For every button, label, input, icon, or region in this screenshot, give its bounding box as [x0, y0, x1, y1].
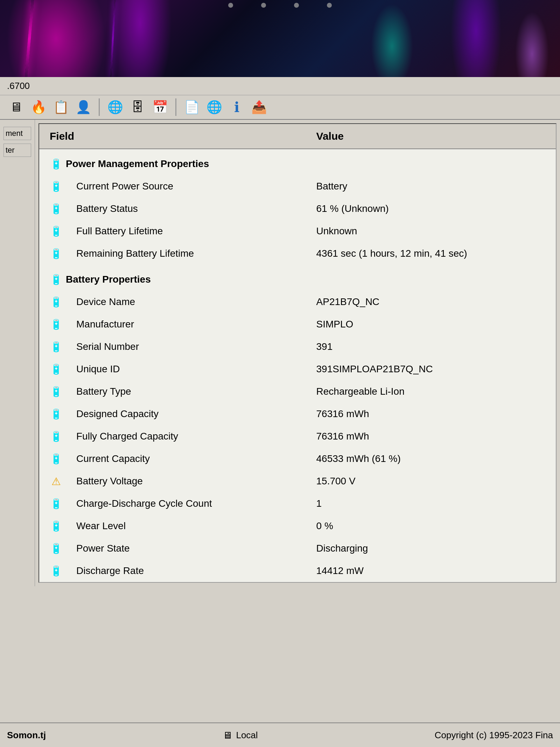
table-row: 🔋Unique ID391SIMPLOAP21B7Q_NC [39, 358, 556, 380]
table-row: 🔋Power StateDischarging [39, 537, 556, 560]
table-row: 🔋ManufacturerSIMPLO [39, 313, 556, 336]
battery-icon: 🔋 [50, 247, 62, 260]
sidebar-item-ter: ter [4, 144, 31, 157]
field-label: Battery Status [66, 203, 138, 214]
table-row: 🔋Remaining Battery Lifetime4361 sec (1 h… [39, 242, 556, 265]
statusbar: Somon.tj 🖥 Local Copyright (c) 1995-2023… [0, 722, 560, 747]
value-cell: 1 [306, 492, 556, 515]
field-label: Full Battery Lifetime [66, 226, 163, 237]
battery-icon: 🔋 [50, 296, 62, 308]
statusbar-copyright: Copyright (c) 1995-2023 Fina [435, 730, 553, 741]
battery-icon: 🔋 [50, 363, 62, 375]
battery-icon: 🔋 [50, 180, 62, 193]
field-label: Wear Level [66, 520, 126, 532]
field-label: Discharge Rate [66, 565, 144, 576]
battery-icon: 🔋 [50, 430, 62, 443]
statusbar-brand: Somon.tj [7, 730, 46, 741]
separator-1 [99, 98, 100, 116]
value-cell: 46533 mWh (61 %) [306, 448, 556, 470]
toolbar: 🖥 🔥 📋 👤 🌐 🗄 📅 📄 🌐 ℹ 📤 [0, 95, 560, 120]
battery-icon: 🔋 [50, 452, 62, 465]
field-cell: 🔋Remaining Battery Lifetime [39, 242, 306, 265]
field-cell: 🔋Current Power Source [39, 175, 306, 198]
battery-icon: 🔋 [50, 225, 62, 237]
table-row: 🔋Fully Charged Capacity76316 mWh [39, 425, 556, 448]
statusbar-mid: 🖥 Local [46, 729, 435, 741]
section-battery-icon: 🔋 [50, 273, 62, 286]
info-icon[interactable]: ℹ [227, 98, 246, 116]
app-container: .6700 🖥 🔥 📋 👤 🌐 🗄 📅 📄 🌐 ℹ 📤 ment ter F [0, 77, 560, 747]
database-icon[interactable]: 🗄 [128, 98, 147, 116]
content-area: ment ter Field Value 🔋Power Management P… [0, 120, 560, 586]
app-title: .6700 [7, 81, 30, 91]
table-row: 🔋Battery Properties [39, 265, 556, 291]
value-cell: 76316 mWh [306, 403, 556, 425]
field-cell: 🔋Unique ID [39, 358, 306, 380]
field-cell: 🔋Wear Level [39, 515, 306, 537]
battery-icon: 🔋 [50, 340, 62, 353]
clock-icon[interactable]: 📅 [151, 98, 169, 116]
field-label: Battery Voltage [66, 476, 143, 487]
dot-4 [327, 3, 332, 8]
field-label: Power State [66, 543, 130, 554]
field-cell: 🔋Current Capacity [39, 448, 306, 470]
titlebar-dots [228, 3, 332, 8]
dot-3 [294, 3, 299, 8]
battery-icon: 🔋 [50, 497, 62, 510]
col-field: Field [39, 124, 306, 149]
table-row: 🔋Power Management Properties [39, 149, 556, 175]
field-label: Manufacturer [66, 319, 134, 330]
value-cell: 15.700 V [306, 470, 556, 492]
document-icon[interactable]: 📄 [183, 98, 201, 116]
field-label: Designed Capacity [66, 408, 159, 420]
value-cell: 391 [306, 336, 556, 358]
field-label: Unique ID [66, 364, 120, 375]
value-cell: 76316 mWh [306, 425, 556, 448]
section-label: Power Management Properties [66, 158, 209, 170]
table-row: 🔋Designed Capacity76316 mWh [39, 403, 556, 425]
field-cell: 🔋Battery Type [39, 380, 306, 403]
battery-icon: 🔋 [50, 408, 62, 420]
section-field-cell: 🔋Power Management Properties [39, 149, 556, 175]
value-cell: 4361 sec (1 hours, 12 min, 41 sec) [306, 242, 556, 265]
field-cell: 🔋Power State [39, 537, 306, 560]
field-label: Current Power Source [66, 181, 173, 192]
statusbar-local-label: Local [236, 730, 258, 741]
value-cell: SIMPLO [306, 313, 556, 336]
field-cell: 🔋Full Battery Lifetime [39, 220, 306, 242]
section-field-cell: 🔋Battery Properties [39, 265, 556, 291]
battery-icon: 🔋 [50, 202, 62, 215]
app-title-bar: .6700 [0, 77, 560, 95]
globe-icon[interactable]: 🌐 [106, 98, 124, 116]
monitor-icon[interactable]: 🖥 [7, 98, 25, 116]
user-icon[interactable]: 👤 [74, 98, 92, 116]
field-cell: 🔋Battery Status [39, 198, 306, 220]
value-cell: 14412 mW [306, 560, 556, 582]
network2-icon[interactable]: 🌐 [205, 98, 223, 116]
table-row: ⚠Battery Voltage15.700 V [39, 470, 556, 492]
sidebar-item-ment: ment [4, 127, 31, 140]
value-cell: Rechargeable Li-Ion [306, 380, 556, 403]
separator-2 [175, 98, 176, 116]
field-cell: 🔋Device Name [39, 291, 306, 313]
table-row: 🔋Serial Number391 [39, 336, 556, 358]
value-cell: Battery [306, 175, 556, 198]
flame-icon[interactable]: 🔥 [29, 98, 48, 116]
field-cell: 🔋Designed Capacity [39, 403, 306, 425]
export-icon[interactable]: 📤 [250, 98, 268, 116]
battery-icon: 🔋 [50, 565, 62, 577]
field-cell: 🔋Fully Charged Capacity [39, 425, 306, 448]
section-battery-icon: 🔋 [50, 158, 62, 170]
value-cell: Discharging [306, 537, 556, 560]
value-cell: AP21B7Q_NC [306, 291, 556, 313]
battery-icon: 🔋 [50, 520, 62, 532]
clipboard-icon[interactable]: 📋 [52, 98, 70, 116]
warning-icon: ⚠ [50, 475, 62, 487]
value-cell: 391SIMPLOAP21B7Q_NC [306, 358, 556, 380]
data-table: Field Value 🔋Power Management Properties… [39, 124, 556, 582]
dot-2 [261, 3, 266, 8]
field-label: Device Name [66, 296, 135, 307]
table-row: 🔋Full Battery LifetimeUnknown [39, 220, 556, 242]
section-label: Battery Properties [66, 274, 151, 285]
table-row: 🔋Battery TypeRechargeable Li-Ion [39, 380, 556, 403]
